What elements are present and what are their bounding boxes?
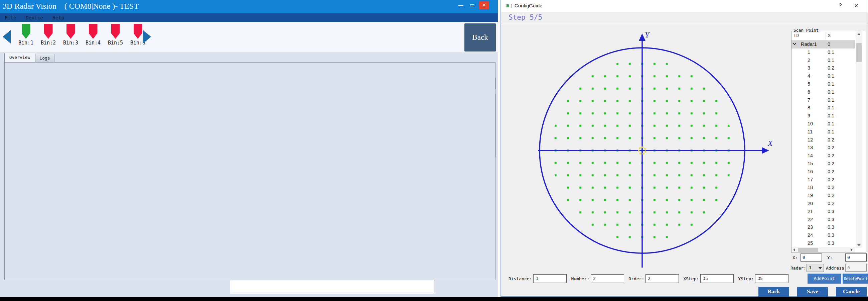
vertical-scrollbar[interactable] xyxy=(856,31,862,248)
expander-icon[interactable] xyxy=(793,41,796,45)
table-row[interactable]: 5 0.1 xyxy=(792,80,855,88)
delete-point-button[interactable]: DeletePoint xyxy=(843,274,868,283)
cell-id: 15 xyxy=(808,161,813,166)
cell-x: 0.3 xyxy=(828,224,834,230)
help-button[interactable]: ? xyxy=(836,3,844,9)
wizard-back-button[interactable]: Back xyxy=(758,287,789,297)
previous-bins-icon[interactable] xyxy=(3,30,11,44)
next-bins-icon[interactable] xyxy=(143,30,151,44)
menu-item[interactable]: File xyxy=(0,15,21,21)
cell-x: 0.1 xyxy=(828,57,834,63)
table-row[interactable]: 25 0.3 xyxy=(792,240,855,247)
config-field-input[interactable]: 1 xyxy=(533,274,567,283)
cell-id: 24 xyxy=(808,232,813,238)
back-button[interactable]: Back xyxy=(464,23,496,52)
wizard-save-button[interactable]: Save xyxy=(797,287,828,297)
scrollbar-thumb[interactable] xyxy=(798,248,818,252)
wizard-cancel-button[interactable]: Cancle xyxy=(836,287,867,297)
horizontal-scrollbar[interactable] xyxy=(792,247,855,252)
dialog-close-button[interactable]: ✕ xyxy=(852,3,860,9)
bin-item[interactable]: Bin:5 xyxy=(104,24,127,46)
scroll-down-button[interactable] xyxy=(856,242,862,248)
scroll-up-button[interactable] xyxy=(856,31,862,37)
cell-x: 0.1 xyxy=(828,129,834,134)
bin-label: Bin:2 xyxy=(37,40,59,46)
cell-id: 13 xyxy=(808,145,813,150)
chevron-down-icon xyxy=(818,267,822,269)
cell-id: 1 xyxy=(808,50,810,55)
table-row[interactable]: 4 0.1 xyxy=(792,72,855,80)
tab-logs[interactable]: Logs xyxy=(35,54,55,62)
table-row[interactable]: 6 0.1 xyxy=(792,88,855,96)
table-row[interactable]: 19 0.2 xyxy=(792,192,855,200)
table-row[interactable]: 11 0.1 xyxy=(792,128,855,136)
column-divider[interactable] xyxy=(826,32,826,39)
bin-status-icon[interactable] xyxy=(22,24,30,39)
config-field-label: Number: xyxy=(571,276,589,281)
table-row[interactable]: 20 0.2 xyxy=(792,200,855,208)
cell-x: 0.1 xyxy=(828,121,834,127)
column-header-x[interactable]: X xyxy=(828,33,831,38)
config-field-input[interactable]: 2 xyxy=(591,274,624,283)
table-row[interactable]: 9 0.1 xyxy=(792,112,855,120)
scrollbar-thumb[interactable] xyxy=(856,43,862,62)
table-row[interactable]: 3 0.2 xyxy=(792,64,855,72)
bin-item[interactable]: Bin:2 xyxy=(37,24,59,46)
table-row[interactable]: 2 0.1 xyxy=(792,56,855,64)
scroll-left-button[interactable] xyxy=(792,247,798,252)
radar-select-value: 1 xyxy=(809,265,811,270)
bin-status-icon[interactable] xyxy=(111,24,120,39)
cell-id: 4 xyxy=(808,73,810,79)
y-axis-label: Y xyxy=(645,30,650,39)
table-row[interactable]: 10 0.1 xyxy=(792,120,855,128)
close-button[interactable]: ✕ xyxy=(479,1,489,9)
column-header-id[interactable]: ID xyxy=(794,33,799,38)
radar-select[interactable]: 1 xyxy=(807,264,824,272)
bin-status-icon[interactable] xyxy=(66,24,75,39)
x-field[interactable]: 0 xyxy=(801,253,822,262)
table-row[interactable]: 14 0.2 xyxy=(792,152,855,160)
bin-item[interactable]: Bin:1 xyxy=(15,24,37,46)
cell-x: 0.3 xyxy=(828,241,834,246)
config-field-input[interactable]: 35 xyxy=(755,274,788,283)
y-field[interactable]: 0 xyxy=(845,253,867,262)
config-field: XStep: 35 xyxy=(683,274,734,283)
table-row[interactable]: 8 0.1 xyxy=(792,104,855,112)
bin-item[interactable]: Bin:4 xyxy=(82,24,104,46)
cell-id: 25 xyxy=(808,241,813,246)
bin-label: Bin:4 xyxy=(82,40,104,46)
config-field-input[interactable]: 2 xyxy=(646,274,679,283)
scroll-right-button[interactable] xyxy=(848,247,855,252)
bin-item[interactable]: Bin:3 xyxy=(59,24,82,46)
config-field-input[interactable]: 35 xyxy=(700,274,734,283)
table-row[interactable]: 15 0.2 xyxy=(792,160,855,168)
table-row[interactable]: 21 0.3 xyxy=(792,208,855,216)
menu-item[interactable]: Help xyxy=(48,15,69,21)
table-row[interactable]: 24 0.3 xyxy=(792,231,855,240)
table-row[interactable]: 16 0.2 xyxy=(792,168,855,176)
cell-id: 8 xyxy=(808,105,810,110)
bin-status-icon[interactable] xyxy=(134,24,142,39)
minimize-button[interactable]: — xyxy=(456,1,466,9)
bin-status-icon[interactable] xyxy=(89,24,98,39)
table-row[interactable]: 17 0.2 xyxy=(792,176,855,184)
tab-overview[interactable]: Overview xyxy=(4,53,35,62)
bin-status-icon[interactable] xyxy=(44,24,53,39)
cell-id: 19 xyxy=(808,193,813,198)
table-row[interactable]: Radar1 0 xyxy=(792,40,855,49)
menu-item[interactable]: Device xyxy=(21,15,48,21)
table-row[interactable]: 1 0.1 xyxy=(792,49,855,56)
table-row[interactable]: 22 0.3 xyxy=(792,216,855,224)
config-field: Order: 2 xyxy=(628,274,679,283)
table-row[interactable]: 23 0.3 xyxy=(792,223,855,231)
add-point-button[interactable]: AddPoint xyxy=(808,274,841,283)
table-row[interactable]: 12 0.2 xyxy=(792,136,855,144)
table-row[interactable]: 7 0.1 xyxy=(792,96,855,104)
table-row[interactable]: 18 0.2 xyxy=(792,184,855,192)
maximize-button[interactable]: ▭ xyxy=(467,1,477,9)
table-body: Radar1 0 1 0.1 2 0.1 xyxy=(792,40,855,248)
cell-x: 0.2 xyxy=(828,65,834,71)
scan-pattern-plot[interactable]: X Y xyxy=(501,25,835,288)
cell-x: 0.2 xyxy=(828,137,834,142)
table-row[interactable]: 13 0.2 xyxy=(792,144,855,152)
